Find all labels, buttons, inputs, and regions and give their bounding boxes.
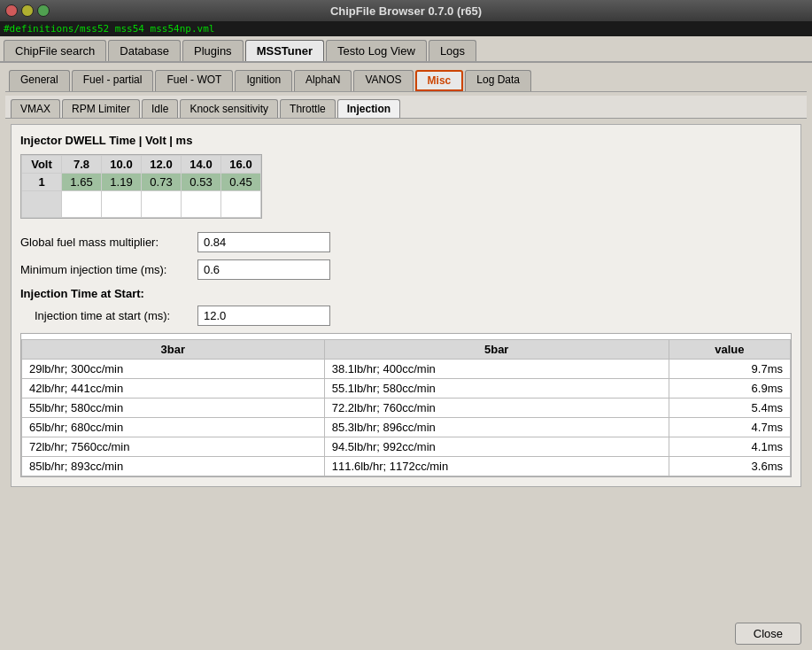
table-row: 85lb/hr; 893cc/min 111.6lb/hr; 1172cc/mi… [22,457,791,476]
content-area: General Fuel - partial Fuel - WOT Igniti… [0,63,812,617]
row1-bar3: 29lb/hr; 300cc/min [22,360,325,379]
row3-bar5: 72.2lb/hr; 760cc/min [324,399,669,418]
table-row: 29lb/hr; 300cc/min 38.1lb/hr; 400cc/min … [22,360,791,379]
table-row: 42lb/hr; 441cc/min 55.1lb/hr; 580cc/min … [22,379,791,399]
row2-bar5: 55.1lb/hr; 580cc/min [324,379,669,399]
min-injection-input[interactable] [197,259,330,280]
injection-panel: Injector DWELL Time | Volt | ms Volt 7.8… [11,124,801,487]
dwell-col-100: 10.0 [102,156,142,174]
sub-tab-fuel-partial[interactable]: Fuel - partial [72,70,154,91]
global-fuel-row: Global fuel mass multiplier: [20,232,792,252]
sub-tab-bar: General Fuel - partial Fuel - WOT Igniti… [5,68,807,92]
injector-col-value: value [669,340,790,360]
dwell-val-3[interactable]: 0.73 [142,174,182,191]
inner-tab-idle[interactable]: Idle [142,99,178,118]
close-window-button[interactable] [5,4,18,17]
row4-bar5: 85.3lb/hr; 896cc/min [324,418,669,437]
row3-value: 5.4ms [669,399,790,418]
dwell-val-1[interactable]: 1.65 [62,174,102,191]
row1-bar5: 38.1lb/hr; 400cc/min [324,360,669,379]
sub-tab-general[interactable]: General [9,70,70,91]
bottom-bar: Close [0,617,812,650]
main-tab-bar: ChipFile search Database Plugins MSSTune… [0,36,812,63]
tab-plugins[interactable]: Plugins [182,40,244,61]
table-row: 65lb/hr; 680cc/min 85.3lb/hr; 896cc/min … [22,418,791,437]
dwell-col-78: 7.8 [62,156,102,174]
injection-start-label: Injection time at start (ms): [20,309,197,322]
sub-tab-vanos[interactable]: VANOS [353,70,413,91]
close-button[interactable]: Close [735,623,801,645]
sub-tab-fuel-wot[interactable]: Fuel - WOT [155,70,233,91]
global-fuel-label: Global fuel mass multiplier: [20,236,197,249]
window-controls[interactable] [5,4,50,17]
dwell-val-2[interactable]: 1.19 [102,174,142,191]
inner-tab-knock[interactable]: Knock sensitivity [180,99,278,118]
row4-value: 4.7ms [669,418,790,437]
row6-value: 3.6ms [669,457,790,476]
table-row: 72lb/hr; 7560cc/min 94.5lb/hr; 992cc/min… [22,437,791,457]
dwell-empty-1 [62,191,102,218]
tab-testo-log[interactable]: Testo Log View [326,40,427,61]
dwell-empty-2 [102,191,142,218]
injection-start-title: Injection Time at Start: [20,287,792,300]
injection-start-input[interactable] [197,306,330,326]
row2-bar3: 42lb/hr; 441cc/min [22,379,325,399]
inner-tab-injection[interactable]: Injection [337,99,400,118]
tab-logs[interactable]: Logs [429,40,476,61]
injector-col-3bar: 3bar [22,340,325,360]
inner-tab-rpm-limiter[interactable]: RPM Limiter [62,99,140,118]
injection-start-row: Injection time at start (ms): [20,306,792,326]
injector-table-container: 3bar 5bar value 29lb/hr; 300cc/min 38.1l… [20,333,792,477]
terminal-line: #definitions/mss52 mss54 mss54np.vml [0,21,812,36]
dwell-col-120: 12.0 [142,156,182,174]
tab-database[interactable]: Database [108,40,181,61]
sub-tab-ignition[interactable]: Ignition [235,70,292,91]
min-injection-row: Minimum injection time (ms): [20,259,792,280]
inner-tab-bar: VMAX RPM Limiter Idle Knock sensitivity … [5,96,807,119]
row1-value: 9.7ms [669,360,790,379]
inner-tab-throttle[interactable]: Throttle [280,99,336,118]
injector-col-5bar: 5bar [324,340,669,360]
dwell-row2-label [22,191,62,218]
row6-bar5: 111.6lb/hr; 1172cc/min [324,457,669,476]
dwell-empty-5 [221,191,261,218]
maximize-window-button[interactable] [37,4,50,17]
row4-bar3: 65lb/hr; 680cc/min [22,418,325,437]
title-bar: ChipFile Browser 0.7.0 (r65) [0,0,812,21]
dwell-table-container: Volt 7.8 10.0 12.0 14.0 16.0 1 1.65 1.19 [20,154,262,219]
dwell-val-4[interactable]: 0.53 [182,174,221,191]
row6-bar3: 85lb/hr; 893cc/min [22,457,325,476]
row5-bar5: 94.5lb/hr; 992cc/min [324,437,669,457]
dwell-header-volt: Volt [22,156,62,174]
dwell-section-title: Injector DWELL Time | Volt | ms [20,134,792,147]
global-fuel-input[interactable] [197,232,330,252]
window-title: ChipFile Browser 0.7.0 (r65) [330,4,482,18]
tab-chipfile-search[interactable]: ChipFile search [4,40,106,61]
inner-tab-vmax[interactable]: VMAX [11,99,60,118]
sub-tab-misc[interactable]: Misc [415,70,464,91]
row5-value: 4.1ms [669,437,790,457]
dwell-row-label: 1 [22,174,62,191]
tab-msstuner[interactable]: MSSTuner [245,40,324,61]
row5-bar3: 72lb/hr; 7560cc/min [22,437,325,457]
dwell-val-5[interactable]: 0.45 [221,174,261,191]
table-row: 55lb/hr; 580cc/min 72.2lb/hr; 760cc/min … [22,399,791,418]
dwell-empty-4 [182,191,221,218]
dwell-table: Volt 7.8 10.0 12.0 14.0 16.0 1 1.65 1.19 [21,155,261,218]
dwell-col-140: 14.0 [182,156,221,174]
row2-value: 6.9ms [669,379,790,399]
row3-bar3: 55lb/hr; 580cc/min [22,399,325,418]
injector-table: 3bar 5bar value 29lb/hr; 300cc/min 38.1l… [21,339,791,476]
minimize-window-button[interactable] [21,4,34,17]
min-injection-label: Minimum injection time (ms): [20,263,197,276]
dwell-empty-3 [142,191,182,218]
sub-tab-log-data[interactable]: Log Data [465,70,531,91]
dwell-col-160: 16.0 [221,156,261,174]
sub-tab-alphan[interactable]: AlphaN [294,70,352,91]
